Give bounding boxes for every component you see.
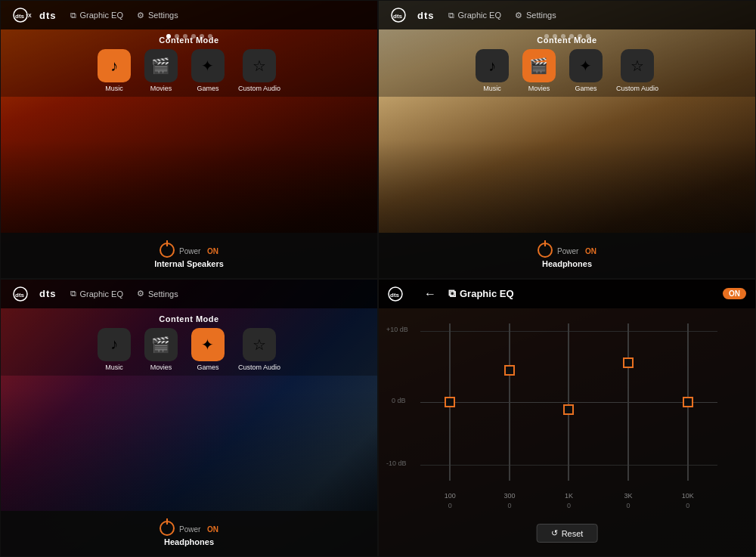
settings-nav-music[interactable]: ⚙ Settings [137, 11, 178, 20]
mode-movies-movies[interactable]: 🎬 Movies [522, 49, 556, 92]
custom-icon-box-mv[interactable]: ☆ [621, 49, 654, 82]
mode-games-games[interactable]: ✦ Games [191, 328, 225, 371]
power-row-games: Power ON [160, 521, 218, 536]
eq-band-100: 100 0 [449, 323, 451, 481]
content-mode-games: Content Mode ♪ Music 🎬 Movies ✦ Games ☆ … [1, 308, 377, 376]
eq-band-1k: 1K 0 [568, 323, 569, 481]
db-label-top: +10 dB [386, 326, 408, 333]
svg-text:X: X [28, 13, 32, 18]
mode-movies-games[interactable]: 🎬 Movies [144, 328, 178, 371]
dot-m3 [561, 34, 565, 39]
mode-movies-music[interactable]: 🎬 Movies [144, 49, 178, 92]
mode-music-movies[interactable]: ♪ Music [476, 49, 509, 92]
svg-text:dts: dts [15, 292, 25, 299]
dot-m4 [569, 34, 574, 39]
eq-thumb-1k[interactable] [563, 404, 574, 415]
reset-button[interactable]: ↺ Reset [537, 524, 598, 543]
power-icon-music[interactable] [160, 243, 175, 258]
val-label-1k: 0 [567, 502, 571, 509]
navbar-music: dts · X dts ⧉ Graphic EQ ⚙ Settings [1, 1, 377, 29]
custom-icon-box[interactable]: ☆ [243, 49, 276, 82]
eq-bars-icon-games: ⧉ [70, 289, 76, 299]
eq-title: ⧉ Graphic EQ [448, 287, 514, 300]
eq-thumb-3k[interactable] [623, 357, 634, 368]
mode-icons-movies: ♪ Music 🎬 Movies ✦ Games ☆ Custom Audio [379, 49, 755, 92]
panel-eq: dts ← ⧉ Graphic EQ ON +10 dB 0 dB -10 dB [378, 279, 756, 558]
mode-icons-music: ♪ Music 🎬 Movies ✦ Games ☆ Custom Audio [1, 49, 377, 92]
bottom-bar-movies: Power ON Headphones [379, 233, 755, 278]
dts-logo-svg-eq: dts [388, 286, 412, 302]
settings-icon-games: ⚙ [137, 289, 144, 299]
games-icon-box[interactable]: ✦ [191, 49, 225, 82]
freq-label-10k: 10K [682, 492, 694, 500]
graphic-eq-nav-movies[interactable]: ⧉ Graphic EQ [448, 11, 501, 20]
reset-label: Reset [562, 529, 584, 538]
games-icon-box-gm[interactable]: ✦ [191, 328, 225, 361]
dts-wordmark-games: dts [39, 288, 57, 299]
freq-label-100: 100 [445, 492, 456, 500]
navbar-movies: dts dts ⧉ Graphic EQ ⚙ Settings [379, 1, 755, 29]
games-icon-box-mv[interactable]: ✦ [569, 49, 603, 82]
eq-bars-icon-title: ⧉ [448, 287, 456, 300]
mode-games-music[interactable]: ✦ Games [191, 49, 225, 92]
dts-logo-svg-movies: dts [391, 8, 415, 23]
mode-icons-games: ♪ Music 🎬 Movies ✦ Games ☆ Custom Audio [1, 328, 377, 371]
custom-icon-box-gm[interactable]: ☆ [243, 328, 276, 361]
dts-logo-eq: dts [388, 286, 412, 302]
freq-label-300: 300 [503, 492, 515, 500]
settings-nav-games[interactable]: ⚙ Settings [137, 289, 178, 299]
dot-m2 [553, 34, 557, 39]
eq-toggle[interactable]: ON [723, 288, 746, 299]
eq-thumb-100[interactable] [445, 397, 455, 407]
eq-thumb-300[interactable] [504, 365, 515, 376]
mode-custom-music[interactable]: ☆ Custom Audio [238, 49, 280, 92]
eq-sliders: 100 0 300 0 1K 0 3K [420, 323, 717, 481]
settings-icon-movies: ⚙ [515, 11, 522, 20]
dts-logo-svg: dts · X [13, 8, 37, 23]
svg-text:dts: dts [393, 13, 403, 20]
eq-chart-container: +10 dB 0 dB -10 dB 100 0 [379, 308, 755, 519]
dts-logo-svg-games: dts [13, 286, 37, 302]
mode-music-music[interactable]: ♪ Music [98, 49, 131, 92]
music-icon-box-mv[interactable]: ♪ [476, 49, 509, 82]
power-icon-movies[interactable] [538, 243, 553, 258]
dot-m1 [544, 34, 549, 39]
dot-3 [183, 34, 187, 39]
movies-icon-box[interactable]: 🎬 [144, 49, 178, 82]
dot-m5 [578, 34, 582, 39]
movies-icon-box-gm[interactable]: 🎬 [144, 328, 178, 361]
power-row-music: Power ON [160, 243, 218, 258]
movies-label: Movies [150, 85, 172, 92]
mode-custom-games[interactable]: ☆ Custom Audio [238, 328, 280, 371]
val-label-10k: 0 [686, 502, 689, 509]
eq-navbar: dts ← ⧉ Graphic EQ ON [379, 280, 755, 308]
val-label-100: 0 [448, 502, 452, 509]
custom-label: Custom Audio [238, 85, 280, 92]
mode-music-games[interactable]: ♪ Music [98, 328, 131, 371]
settings-icon: ⚙ [137, 11, 144, 20]
eq-bars-icon: ⧉ [70, 11, 76, 20]
dot-5 [200, 34, 204, 39]
graphic-eq-nav-games[interactable]: ⧉ Graphic EQ [70, 289, 123, 299]
dts-wordmark-movies: dts [417, 10, 435, 21]
eq-bars-icon-movies: ⧉ [448, 11, 454, 20]
bottom-bar-music: Power ON Internal Speakers [1, 233, 377, 278]
movies-icon-box-mv[interactable]: 🎬 [522, 49, 556, 82]
eq-band-3k: 3K 0 [627, 323, 629, 481]
device-label-music: Internal Speakers [154, 259, 224, 268]
mode-custom-movies[interactable]: ☆ Custom Audio [616, 49, 658, 92]
games-label: Games [197, 85, 218, 92]
music-icon-box[interactable]: ♪ [98, 49, 131, 82]
dot-6 [208, 34, 212, 39]
freq-label-1k: 1K [565, 492, 573, 500]
power-row-movies: Power ON [538, 243, 596, 258]
mode-games-movies[interactable]: ✦ Games [569, 49, 603, 92]
eq-back-button[interactable]: ← [420, 286, 441, 302]
music-icon-box-gm[interactable]: ♪ [98, 328, 131, 361]
settings-nav-movies[interactable]: ⚙ Settings [515, 11, 556, 20]
navbar-games: dts dts ⧉ Graphic EQ ⚙ Settings [1, 280, 377, 308]
power-icon-games[interactable] [160, 521, 175, 536]
eq-thumb-10k[interactable] [683, 397, 693, 407]
reset-icon: ↺ [551, 528, 558, 538]
graphic-eq-nav-music[interactable]: ⧉ Graphic EQ [70, 11, 123, 20]
